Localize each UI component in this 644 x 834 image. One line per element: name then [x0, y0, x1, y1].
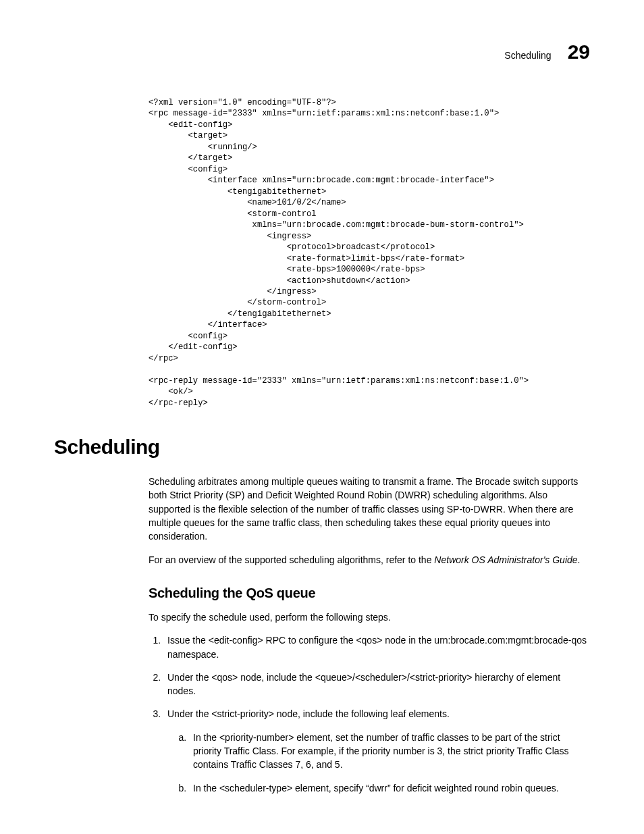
section-body: Scheduling arbitrates among multiple que… — [149, 475, 590, 795]
list-item-text: Under the <strict-priority> node, includ… — [167, 708, 450, 719]
running-head: Scheduling — [504, 50, 551, 61]
text-run: For an overview of the supported schedul… — [149, 554, 434, 565]
subsection-title: Scheduling the QoS queue — [149, 585, 590, 601]
list-item: Issue the <edit-config> RPC to configure… — [163, 633, 590, 661]
paragraph: For an overview of the supported schedul… — [149, 553, 590, 567]
reference-title: Network OS Administrator's Guide — [434, 554, 577, 565]
section-title: Scheduling — [54, 436, 590, 459]
ordered-list-sub: In the <priority-number> element, set th… — [167, 731, 590, 795]
ordered-list: Issue the <edit-config> RPC to configure… — [149, 633, 590, 795]
paragraph: Scheduling arbitrates among multiple que… — [149, 475, 590, 543]
text-run: . — [578, 554, 581, 565]
paragraph: To specify the schedule used, perform th… — [149, 610, 590, 624]
list-item: In the <scheduler-type> element, specify… — [189, 781, 590, 795]
page-header: Scheduling 29 — [54, 41, 590, 63]
page: Scheduling 29 <?xml version="1.0" encodi… — [0, 0, 644, 834]
list-item: In the <priority-number> element, set th… — [189, 731, 590, 772]
chapter-number: 29 — [568, 41, 590, 63]
list-item: Under the <qos> node, include the <queue… — [163, 671, 590, 698]
code-listing: <?xml version="1.0" encoding="UTF-8"?> <… — [149, 97, 590, 409]
list-item: Under the <strict-priority> node, includ… — [163, 707, 590, 794]
